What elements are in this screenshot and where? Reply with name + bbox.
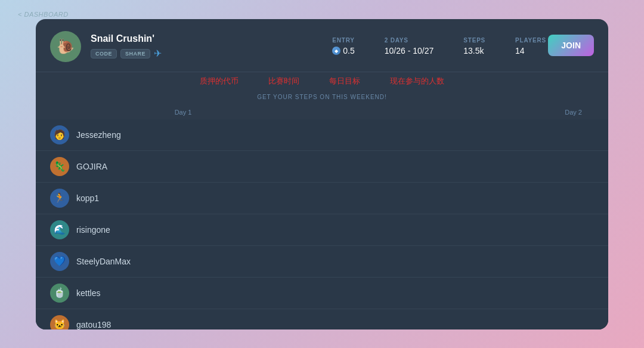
entry-icon: ◆ (332, 47, 340, 55)
player-row: 🦎GOJIRA (36, 151, 608, 183)
stat-steps: STEPS 13.5k (463, 37, 485, 56)
player-row: 🌊risingone (36, 214, 608, 246)
player-row: 🐱gatou198 (36, 309, 608, 329)
cn-days: 比赛时间 (268, 76, 299, 87)
player-name: gatou198 (76, 320, 594, 329)
share-badge[interactable]: SHARE (120, 49, 150, 58)
stat-days: 2 DAYS 10/26 - 10/27 (385, 37, 434, 56)
game-badges: CODE SHARE ✈ (91, 48, 162, 59)
player-row: 🏃kopp1 (36, 183, 608, 214)
cn-steps: 每日目标 (329, 76, 360, 87)
days-label: 2 DAYS (385, 37, 434, 44)
player-avatar: 🧑 (50, 125, 69, 144)
player-avatar: 🦎 (50, 157, 69, 176)
player-avatar: 🏃 (50, 189, 69, 208)
player-name: kopp1 (76, 193, 594, 203)
dashboard-link[interactable]: < DASHBOARD (18, 11, 69, 18)
stats-row: ENTRY ◆ 0.5 2 DAYS 10/26 - 10/27 STEPS 1… (332, 37, 546, 56)
game-title: Snail Crushin' (91, 33, 162, 44)
day2-header: Day 2 (316, 109, 594, 116)
player-row: 🍵kettles (36, 278, 608, 309)
player-name: SteelyDanMax (76, 257, 594, 266)
cn-annotations: 质押的代币 比赛时间 每日目标 现在参与的人数 (36, 72, 608, 89)
player-avatar: 💙 (50, 252, 69, 271)
telegram-icon[interactable]: ✈ (154, 48, 162, 59)
steps-value: 13.5k (463, 46, 485, 56)
players-value: 14 (515, 46, 546, 56)
card-header: 🐌 Snail Crushin' CODE SHARE ✈ ENTRY ◆ 0.… (36, 19, 608, 72)
player-avatar: 🌊 (50, 220, 69, 239)
main-card: 🐌 Snail Crushin' CODE SHARE ✈ ENTRY ◆ 0.… (36, 19, 608, 329)
day1-header: Day 1 (50, 109, 316, 116)
table-header: Day 1 Day 2 (36, 105, 608, 119)
players-list[interactable]: 🧑Jessezheng🦎GOJIRA🏃kopp1🌊risingone💙Steel… (36, 119, 608, 329)
game-info: Snail Crushin' CODE SHARE ✈ (91, 33, 162, 59)
join-button[interactable]: JOIN (548, 35, 594, 56)
player-avatar: 🐱 (50, 315, 69, 329)
game-avatar: 🐌 (50, 31, 81, 62)
player-name: kettles (76, 288, 594, 298)
player-name: Jessezheng (76, 130, 594, 140)
game-subtitle: GET YOUR STEPS ON THIS WEEKEND! (36, 89, 608, 105)
code-badge[interactable]: CODE (91, 49, 117, 58)
player-row: 💙SteelyDanMax (36, 246, 608, 278)
entry-label: ENTRY (332, 37, 355, 44)
cn-entry: 质押的代币 (200, 76, 239, 87)
player-avatar: 🍵 (50, 284, 69, 303)
cn-players: 现在参与的人数 (390, 76, 444, 87)
stat-players: PLAYERS 14 (515, 37, 546, 56)
stat-entry: ENTRY ◆ 0.5 (332, 37, 355, 56)
steps-label: STEPS (463, 37, 485, 44)
player-name: risingone (76, 225, 594, 235)
players-label: PLAYERS (515, 37, 546, 44)
player-row: 🧑Jessezheng (36, 119, 608, 151)
entry-value: ◆ 0.5 (332, 46, 355, 56)
player-name: GOJIRA (76, 162, 594, 171)
days-value: 10/26 - 10/27 (385, 46, 434, 56)
